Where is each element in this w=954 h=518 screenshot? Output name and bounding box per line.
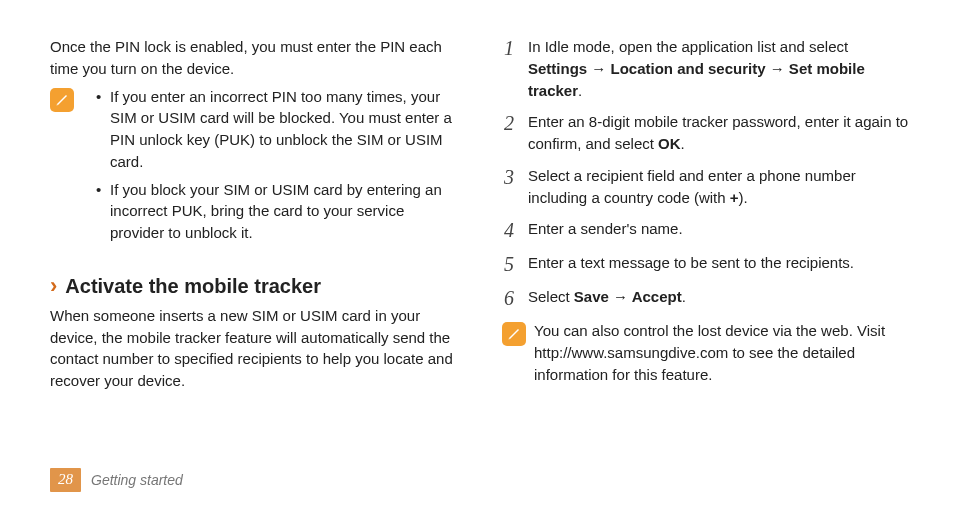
step-number: 3	[502, 165, 516, 209]
list-item: If you block your SIM or USIM card by en…	[96, 179, 458, 244]
note-block-right: You can also control the lost device via…	[502, 320, 910, 385]
heading-paragraph: When someone inserts a new SIM or USIM c…	[50, 305, 458, 392]
step-body: Enter a sender's name.	[528, 218, 910, 242]
step-post: .	[578, 82, 582, 99]
step-number: 4	[502, 218, 516, 242]
note-block-left: If you enter an incorrect PIN too many t…	[50, 86, 458, 250]
step-row: 1 In Idle mode, open the application lis…	[502, 36, 910, 101]
step-post: ).	[739, 189, 748, 206]
right-column: 1 In Idle mode, open the application lis…	[502, 36, 910, 398]
step-body: Enter a text message to be sent to the r…	[528, 252, 910, 276]
step-bold: OK	[658, 135, 681, 152]
step-bold: +	[730, 189, 739, 206]
step-bold: Save → Accept	[574, 288, 682, 305]
note-icon	[50, 88, 74, 112]
step-text: Select	[528, 288, 574, 305]
page-number: 28	[50, 468, 81, 492]
step-body: Enter an 8-digit mobile tracker password…	[528, 111, 910, 155]
page-footer: 28 Getting started	[50, 468, 183, 492]
step-text: Enter a text message to be sent to the r…	[528, 254, 854, 271]
step-number: 1	[502, 36, 516, 101]
section-heading: › Activate the mobile tracker	[50, 272, 458, 301]
step-text: In Idle mode, open the application list …	[528, 38, 848, 55]
step-post: .	[682, 288, 686, 305]
footer-section-name: Getting started	[91, 470, 183, 490]
step-body: Select Save → Accept.	[528, 286, 910, 310]
chevron-right-icon: ›	[50, 275, 57, 297]
step-body: In Idle mode, open the application list …	[528, 36, 910, 101]
note-icon	[502, 322, 526, 346]
step-body: Select a recipient field and enter a pho…	[528, 165, 910, 209]
step-row: 2 Enter an 8-digit mobile tracker passwo…	[502, 111, 910, 155]
step-row: 4 Enter a sender's name.	[502, 218, 910, 242]
step-text: Select a recipient field and enter a pho…	[528, 167, 856, 206]
intro-paragraph: Once the PIN lock is enabled, you must e…	[50, 36, 458, 80]
step-text: Enter an 8-digit mobile tracker password…	[528, 113, 908, 152]
note-bullet-list: If you enter an incorrect PIN too many t…	[82, 86, 458, 250]
step-number: 5	[502, 252, 516, 276]
step-post: .	[681, 135, 685, 152]
note-text: You can also control the lost device via…	[534, 320, 910, 385]
page-content: Once the PIN lock is enabled, you must e…	[0, 0, 954, 398]
step-row: 5 Enter a text message to be sent to the…	[502, 252, 910, 276]
step-row: 3 Select a recipient field and enter a p…	[502, 165, 910, 209]
step-number: 2	[502, 111, 516, 155]
step-row: 6 Select Save → Accept.	[502, 286, 910, 310]
list-item: If you enter an incorrect PIN too many t…	[96, 86, 458, 173]
step-number: 6	[502, 286, 516, 310]
left-column: Once the PIN lock is enabled, you must e…	[50, 36, 458, 398]
heading-text: Activate the mobile tracker	[65, 272, 321, 301]
step-text: Enter a sender's name.	[528, 220, 683, 237]
